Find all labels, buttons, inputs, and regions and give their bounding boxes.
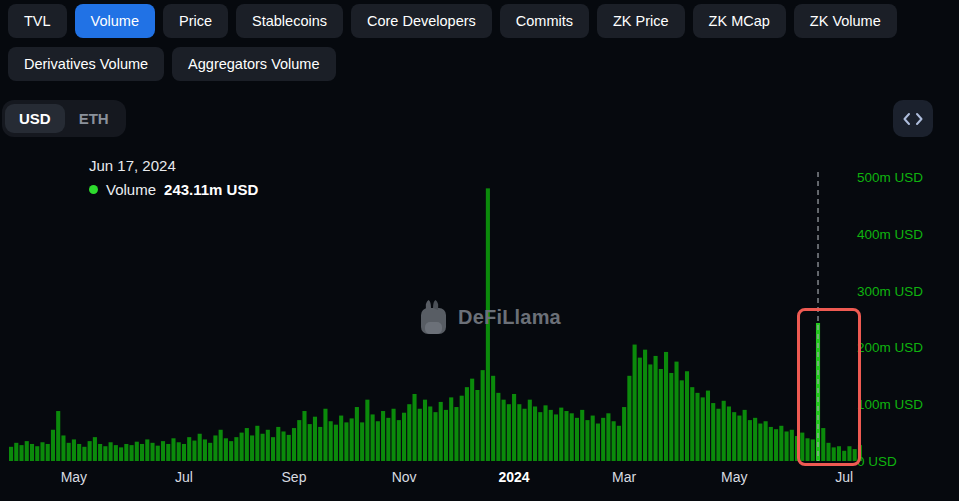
volume-bar[interactable] [764,421,768,461]
volume-bar[interactable] [56,411,60,461]
volume-bar[interactable] [449,397,453,461]
volume-bar[interactable] [281,431,285,461]
volume-bar[interactable] [292,428,296,461]
volume-bar[interactable] [664,352,668,461]
tab-zk-mcap[interactable]: ZK MCap [693,4,786,38]
volume-bar[interactable] [355,407,359,461]
volume-bar[interactable] [470,379,474,461]
volume-bar[interactable] [103,446,107,461]
volume-bar[interactable] [329,421,333,461]
volume-bar[interactable] [711,403,715,461]
tab-commits[interactable]: Commits [500,4,589,38]
volume-bar[interactable] [266,430,270,461]
volume-bar[interactable] [40,442,44,461]
volume-bar[interactable] [564,411,568,461]
volume-bar[interactable] [790,430,794,461]
volume-bar[interactable] [842,451,846,461]
volume-bar[interactable] [135,442,139,461]
volume-bar[interactable] [72,439,76,461]
volume-bar[interactable] [30,444,34,461]
volume-bar[interactable] [302,411,306,461]
volume-bar[interactable] [638,358,642,461]
volume-bar[interactable] [481,370,485,461]
volume-bar[interactable] [737,416,741,461]
volume-bar[interactable] [722,401,726,461]
volume-bar[interactable] [785,431,789,461]
tab-zk-price[interactable]: ZK Price [597,4,685,38]
volume-bar[interactable] [67,443,71,461]
volume-bar[interactable] [124,444,128,461]
volume-bar[interactable] [617,426,621,461]
volume-bar[interactable] [580,410,584,461]
volume-bar[interactable] [444,410,448,461]
volume-bar[interactable] [690,387,694,461]
volume-bar[interactable] [575,418,579,461]
volume-bar[interactable] [475,390,479,461]
volume-bar[interactable] [606,413,610,461]
volume-bar[interactable] [800,433,804,461]
volume-bar[interactable] [706,391,710,461]
volume-bar[interactable] [659,369,663,461]
volume-bar[interactable] [381,411,385,461]
volume-bar[interactable] [255,426,259,461]
volume-bar[interactable] [601,418,605,461]
volume-bar[interactable] [93,437,97,461]
volume-bar[interactable] [805,438,809,461]
volume-bar[interactable] [674,362,678,461]
volume-bar[interactable] [339,416,343,461]
volume-bar[interactable] [832,447,836,461]
volume-bar[interactable] [591,416,595,461]
volume-bar[interactable] [323,409,327,461]
volume-bar[interactable] [35,446,39,461]
volume-bar[interactable] [392,409,396,461]
volume-bar[interactable] [418,409,422,461]
tab-volume[interactable]: Volume [75,4,155,38]
currency-option-usd[interactable]: USD [5,104,65,133]
volume-bar[interactable] [627,376,631,461]
volume-bar[interactable] [695,393,699,461]
volume-bar[interactable] [454,407,458,461]
volume-bar[interactable] [250,435,254,461]
volume-bar[interactable] [245,428,249,461]
volume-bar[interactable] [643,350,647,461]
volume-bar[interactable] [821,428,825,461]
volume-bar[interactable] [753,418,757,461]
volume-bar[interactable] [276,427,280,461]
volume-bar[interactable] [140,444,144,461]
volume-bar[interactable] [496,393,500,461]
volume-bar-chart-canvas[interactable]: MayJulSepNov2024MarMayJul0 USD100m USD20… [0,150,959,501]
volume-bar[interactable] [826,443,830,461]
volume-bar[interactable] [371,414,375,461]
volume-bar[interactable] [465,387,469,461]
volume-bar[interactable] [585,420,589,461]
volume-bar[interactable] [460,396,464,461]
tab-tvl[interactable]: TVL [8,4,67,38]
volume-bar[interactable] [486,188,490,461]
volume-bar[interactable] [622,407,626,461]
volume-bar[interactable] [701,397,705,461]
volume-bar[interactable] [130,445,134,461]
volume-bar[interactable] [847,446,851,461]
volume-bar[interactable] [14,443,18,461]
volume-bar[interactable] [533,406,537,461]
volume-bar[interactable] [685,371,689,461]
tab-aggregators-volume[interactable]: Aggregators Volume [172,47,335,81]
volume-bar[interactable] [9,447,13,461]
volume-bar[interactable] [208,443,212,461]
volume-bar[interactable] [213,435,217,461]
volume-bar[interactable] [397,420,401,461]
volume-bar[interactable] [570,413,574,461]
embed-chart-button[interactable] [893,100,933,137]
volume-bar[interactable] [224,438,228,461]
volume-bar[interactable] [402,413,406,461]
volume-bar[interactable] [654,356,658,461]
volume-bar[interactable] [528,400,532,461]
volume-bar[interactable] [512,394,516,461]
volume-bar[interactable] [203,439,207,461]
volume-bar[interactable] [166,444,170,461]
volume-bar[interactable] [795,436,799,461]
volume-bar[interactable] [261,434,265,461]
volume-bar[interactable] [412,394,416,461]
volume-bar[interactable] [716,409,720,461]
volume-bar[interactable] [769,427,773,461]
